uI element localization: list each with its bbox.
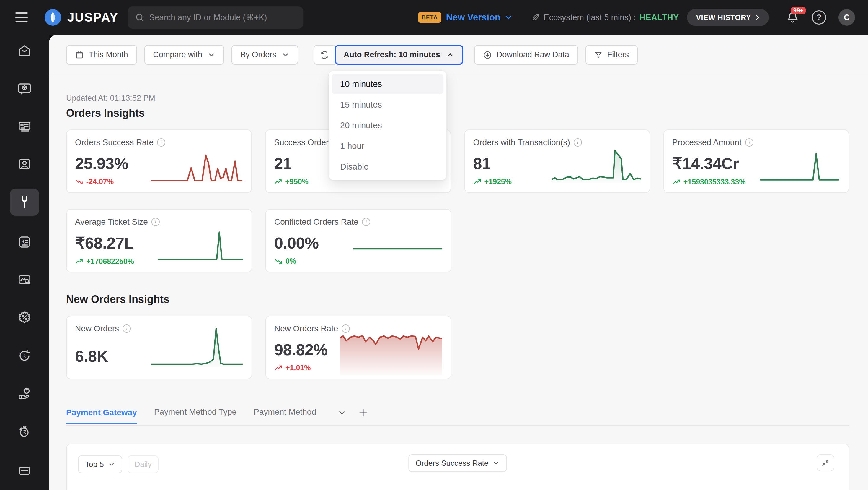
menu-item-10-minutes[interactable]: 10 minutes	[332, 74, 443, 94]
new-version-link[interactable]: New Version	[446, 12, 500, 23]
notification-count-badge: 99+	[790, 6, 806, 15]
svg-text:₹: ₹	[23, 353, 27, 359]
info-icon[interactable]: i	[123, 324, 131, 333]
offers-percent-icon	[18, 310, 32, 324]
chevron-down-icon	[208, 51, 215, 59]
info-icon[interactable]: i	[745, 138, 753, 147]
svg-text:₹: ₹	[25, 388, 28, 393]
trending-up-icon	[75, 257, 83, 266]
brand-logo: JUSPAY	[44, 9, 118, 26]
card-icon	[18, 464, 32, 478]
sparkline-chart	[552, 146, 641, 183]
auto-refresh-menu: 10 minutes 15 minutes 20 minutes 1 hour …	[329, 70, 447, 180]
ecosystem-status-badge: HEALTHY	[640, 13, 679, 22]
dashboard-toolbar: This Month Compare with By Orders Auto R…	[49, 35, 868, 75]
add-tab-icon[interactable]	[358, 408, 368, 418]
chevron-down-icon	[282, 51, 289, 59]
chevron-right-icon	[754, 14, 761, 21]
metric-card-new-orders-rate: New Orders Ratei 98.82% +1.01%	[266, 316, 452, 379]
sidebar-item-checkout[interactable]	[18, 119, 32, 134]
info-icon[interactable]: i	[574, 138, 582, 147]
sidebar-item-refunds[interactable]: ₹	[18, 349, 32, 363]
product-box-icon	[18, 82, 32, 96]
info-icon[interactable]: i	[362, 218, 370, 226]
calendar-icon	[75, 51, 84, 59]
chevron-down-icon	[493, 460, 500, 467]
metric-card-conflicted-orders-rate: Conflicted Orders Ratei 0.00% 0%	[266, 209, 452, 272]
tab-payment-gateway[interactable]: Payment Gateway	[66, 408, 137, 424]
dashboard-content: Updated At: 01:13:52 PM Orders Insights …	[49, 94, 868, 490]
trending-up-icon	[274, 178, 282, 186]
chevron-down-icon[interactable]	[337, 408, 346, 417]
sidebar-item-offers[interactable]	[18, 310, 32, 324]
sparkline-chart	[340, 332, 442, 375]
sidebar-item-cards[interactable]	[18, 464, 32, 478]
info-icon[interactable]: i	[157, 138, 165, 147]
beta-badge: BETA	[418, 12, 441, 23]
refresh-button[interactable]	[314, 45, 335, 65]
sparkline-chart	[158, 228, 243, 261]
metric-select[interactable]: Orders Success Rate	[408, 454, 507, 472]
tab-payment-method-type[interactable]: Payment Method Type	[154, 407, 237, 424]
download-raw-data-button[interactable]: Download Raw Data	[474, 45, 578, 65]
user-avatar[interactable]: C	[838, 9, 855, 26]
refresh-icon	[320, 51, 329, 59]
trending-down-icon	[75, 178, 83, 186]
global-search[interactable]	[128, 6, 303, 29]
date-range-button[interactable]: This Month	[66, 45, 137, 65]
chevron-down-icon	[108, 461, 115, 468]
sidebar-item-settlements[interactable]: ₹	[18, 424, 32, 438]
sidebar-item-tools-active[interactable]	[10, 189, 39, 216]
menu-item-disable[interactable]: Disable	[332, 156, 443, 177]
download-icon	[483, 51, 492, 59]
orders-insights-row-2: Average Ticket Sizei ₹68.27L +170682250%…	[66, 209, 849, 272]
top-n-select[interactable]: Top 5	[78, 455, 122, 473]
help-button[interactable]: ?	[812, 10, 826, 25]
home-icon	[18, 44, 32, 58]
updated-at-text: Updated At: 01:13:52 PM	[66, 94, 849, 103]
sparkline-chart	[353, 231, 442, 260]
chevron-up-icon	[446, 51, 454, 59]
sidebar-item-home[interactable]	[18, 44, 32, 58]
sparkline-chart	[151, 326, 243, 367]
menu-item-20-minutes[interactable]: 20 minutes	[332, 115, 443, 136]
sidebar-item-analytics[interactable]	[18, 273, 32, 287]
svg-text:₹: ₹	[22, 239, 25, 245]
compare-with-button[interactable]: Compare with	[144, 45, 224, 65]
auto-refresh-button[interactable]: Auto Refresh: 10 minutes	[335, 45, 463, 65]
trending-up-icon	[672, 178, 681, 186]
settlement-bag-icon: ₹	[18, 424, 32, 438]
ecosystem-label: Ecosystem (last 5 mins) :	[544, 13, 636, 22]
view-history-button[interactable]: VIEW HISTORY	[687, 9, 769, 26]
info-icon[interactable]: i	[151, 218, 160, 226]
breakdown-tabs: Payment Gateway Payment Method Type Paym…	[66, 406, 849, 426]
trending-up-icon	[274, 364, 283, 372]
user-card-icon	[18, 157, 32, 171]
tab-payment-method[interactable]: Payment Method	[254, 407, 316, 424]
search-icon	[135, 13, 144, 22]
group-by-button[interactable]: By Orders	[231, 45, 298, 65]
sidebar-item-products[interactable]	[18, 82, 32, 96]
sidebar-item-customers[interactable]	[18, 157, 32, 171]
search-input[interactable]	[149, 13, 296, 22]
sidebar-item-payouts[interactable]: ₹	[18, 386, 32, 400]
menu-item-1-hour[interactable]: 1 hour	[332, 136, 443, 156]
sidebar-item-transactions[interactable]: ₹	[18, 235, 32, 249]
orders-insights-row-1: Orders Success Ratei 25.93% -24.07% Succ…	[66, 129, 849, 193]
metric-card-orders-success-rate: Orders Success Ratei 25.93% -24.07%	[66, 129, 252, 193]
brand-name: JUSPAY	[67, 10, 118, 25]
granularity-button[interactable]: Daily	[128, 455, 159, 473]
menu-icon[interactable]	[16, 12, 28, 23]
breakdown-panel: Top 5 Daily Orders Success Rate	[66, 443, 849, 490]
svg-text:₹: ₹	[23, 429, 27, 435]
filters-button[interactable]: Filters	[585, 45, 638, 65]
collapse-expand-button[interactable]	[817, 454, 834, 471]
notifications-button[interactable]: 99+	[786, 11, 800, 24]
orders-insights-heading: Orders Insights	[66, 107, 849, 119]
metric-card-processed-amount: Processed Amounti ₹14.34Cr +1593035333.3…	[663, 129, 849, 193]
menu-item-15-minutes[interactable]: 15 minutes	[332, 94, 443, 115]
refresh-group: Auto Refresh: 10 minutes	[314, 45, 463, 65]
new-orders-insights-row: New Ordersi 6.8K New Orders Ratei 98.82%…	[66, 316, 849, 379]
rupee-statement-icon: ₹	[18, 235, 32, 249]
chevron-down-icon[interactable]	[504, 13, 513, 22]
